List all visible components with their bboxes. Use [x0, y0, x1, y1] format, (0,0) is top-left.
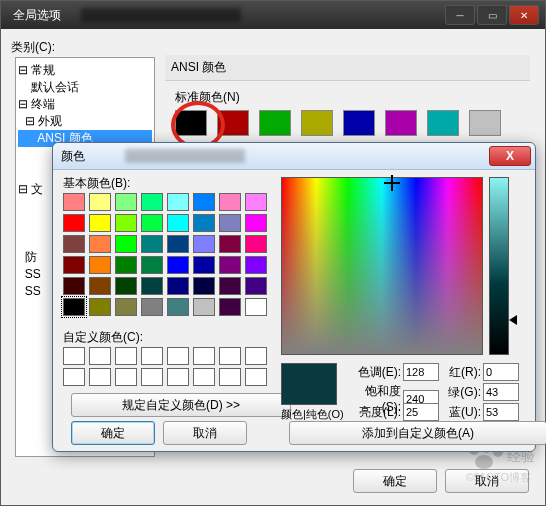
- basic-color-cell[interactable]: [219, 214, 241, 232]
- basic-color-cell[interactable]: [167, 214, 189, 232]
- basic-color-cell[interactable]: [63, 214, 85, 232]
- basic-color-cell[interactable]: [63, 193, 85, 211]
- basic-color-cell[interactable]: [115, 214, 137, 232]
- custom-color-cell[interactable]: [219, 368, 241, 386]
- minimize-button[interactable]: ─: [445, 5, 475, 25]
- custom-color-cell[interactable]: [193, 368, 215, 386]
- basic-color-cell[interactable]: [63, 277, 85, 295]
- basic-color-cell[interactable]: [219, 277, 241, 295]
- basic-color-cell[interactable]: [89, 193, 111, 211]
- hue-input[interactable]: [403, 363, 439, 381]
- blue-input[interactable]: [483, 403, 519, 421]
- main-titlebar[interactable]: 全局选项 ─ ▭ ✕: [1, 1, 545, 29]
- basic-color-cell[interactable]: [115, 298, 137, 316]
- basic-color-cell[interactable]: [245, 214, 267, 232]
- basic-color-cell[interactable]: [245, 298, 267, 316]
- green-input[interactable]: [483, 383, 519, 401]
- basic-color-cell[interactable]: [141, 214, 163, 232]
- basic-color-grid: [63, 193, 267, 316]
- basic-color-cell[interactable]: [89, 277, 111, 295]
- custom-color-cell[interactable]: [167, 347, 189, 365]
- basic-color-cell[interactable]: [219, 235, 241, 253]
- color-ok-button[interactable]: 确定: [71, 421, 155, 445]
- basic-color-cell[interactable]: [193, 298, 215, 316]
- basic-color-cell[interactable]: [89, 235, 111, 253]
- define-custom-button[interactable]: 规定自定义颜色(D) >>: [71, 393, 291, 417]
- luminance-slider[interactable]: [489, 177, 509, 355]
- basic-color-cell[interactable]: [89, 298, 111, 316]
- basic-color-cell[interactable]: [115, 256, 137, 274]
- solid-color-label: 颜色|纯色(O): [281, 407, 344, 422]
- color-cancel-button[interactable]: 取消: [163, 421, 247, 445]
- custom-color-cell[interactable]: [219, 347, 241, 365]
- swatch[interactable]: [385, 110, 417, 136]
- basic-color-cell[interactable]: [141, 256, 163, 274]
- tree-item[interactable]: ⊟ 终端: [18, 96, 152, 113]
- custom-color-cell[interactable]: [89, 347, 111, 365]
- basic-color-cell[interactable]: [245, 277, 267, 295]
- red-input[interactable]: [483, 363, 519, 381]
- standard-swatches: [175, 110, 530, 136]
- basic-color-cell[interactable]: [219, 298, 241, 316]
- swatch[interactable]: [217, 110, 249, 136]
- custom-color-cell[interactable]: [245, 368, 267, 386]
- custom-color-cell[interactable]: [167, 368, 189, 386]
- basic-color-cell[interactable]: [141, 277, 163, 295]
- basic-color-cell[interactable]: [167, 256, 189, 274]
- add-to-custom-button[interactable]: 添加到自定义颜色(A): [289, 421, 546, 445]
- color-dialog: 颜色 X 基本颜色(B): 自定义颜色(C): 规定自定义颜色(D) >> 确定…: [52, 142, 536, 452]
- basic-color-cell[interactable]: [141, 193, 163, 211]
- basic-color-cell[interactable]: [193, 193, 215, 211]
- basic-color-cell[interactable]: [141, 235, 163, 253]
- basic-color-cell[interactable]: [63, 256, 85, 274]
- custom-color-cell[interactable]: [141, 368, 163, 386]
- basic-color-cell[interactable]: [115, 235, 137, 253]
- basic-color-cell[interactable]: [245, 256, 267, 274]
- basic-color-cell[interactable]: [167, 298, 189, 316]
- swatch[interactable]: [301, 110, 333, 136]
- tree-item[interactable]: ⊟ 常规: [18, 62, 152, 79]
- main-ok-button[interactable]: 确定: [353, 469, 437, 493]
- custom-color-cell[interactable]: [63, 368, 85, 386]
- basic-color-cell[interactable]: [193, 277, 215, 295]
- close-button[interactable]: ✕: [509, 5, 539, 25]
- custom-color-cell[interactable]: [115, 368, 137, 386]
- color-titlebar[interactable]: 颜色 X: [53, 143, 535, 170]
- custom-color-cell[interactable]: [63, 347, 85, 365]
- basic-color-cell[interactable]: [193, 214, 215, 232]
- color-close-button[interactable]: X: [489, 146, 531, 166]
- basic-color-cell[interactable]: [167, 277, 189, 295]
- custom-color-cell[interactable]: [245, 347, 267, 365]
- basic-color-cell[interactable]: [219, 256, 241, 274]
- swatch[interactable]: [175, 110, 207, 136]
- basic-color-cell[interactable]: [89, 214, 111, 232]
- basic-color-cell[interactable]: [167, 193, 189, 211]
- basic-color-cell[interactable]: [115, 277, 137, 295]
- color-spectrum[interactable]: [281, 177, 483, 355]
- swatch[interactable]: [427, 110, 459, 136]
- basic-color-cell[interactable]: [193, 235, 215, 253]
- swatch[interactable]: [259, 110, 291, 136]
- custom-color-cell[interactable]: [193, 347, 215, 365]
- basic-color-cell[interactable]: [89, 256, 111, 274]
- custom-color-cell[interactable]: [115, 347, 137, 365]
- swatch[interactable]: [469, 110, 501, 136]
- custom-color-cell[interactable]: [141, 347, 163, 365]
- tree-item[interactable]: ⊟ 外观: [18, 113, 152, 130]
- basic-color-cell[interactable]: [219, 193, 241, 211]
- basic-color-cell[interactable]: [167, 235, 189, 253]
- basic-color-cell[interactable]: [193, 256, 215, 274]
- basic-color-cell[interactable]: [115, 193, 137, 211]
- basic-color-cell[interactable]: [245, 235, 267, 253]
- basic-color-cell[interactable]: [63, 298, 85, 316]
- basic-color-cell[interactable]: [141, 298, 163, 316]
- lum-input[interactable]: [403, 403, 439, 421]
- basic-color-cell[interactable]: [245, 193, 267, 211]
- main-cancel-button[interactable]: 取消: [445, 469, 529, 493]
- swatch[interactable]: [343, 110, 375, 136]
- basic-colors-label: 基本颜色(B):: [63, 175, 130, 192]
- maximize-button[interactable]: ▭: [477, 5, 507, 25]
- basic-color-cell[interactable]: [63, 235, 85, 253]
- custom-color-cell[interactable]: [89, 368, 111, 386]
- tree-item[interactable]: 默认会话: [18, 79, 152, 96]
